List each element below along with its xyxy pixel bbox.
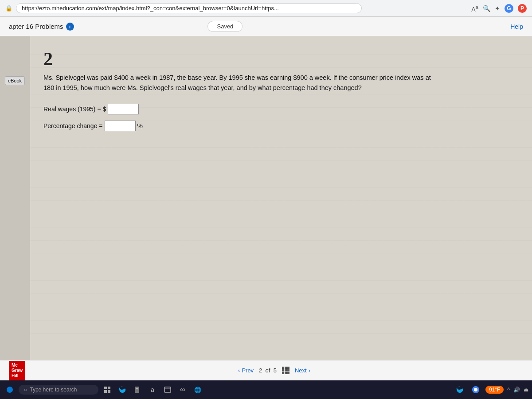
taskbar-file-icon[interactable] [131,383,144,396]
next-chevron-icon: › [309,367,310,374]
sidebar: eBook [0,36,30,360]
percentage-change-label: Percentage change = [43,122,103,129]
search-icon: ○ [24,387,27,393]
taskbar-search-bar[interactable]: ○ Type here to search [19,385,98,395]
temperature-badge: 91°F [485,386,504,394]
taskbar-calendar-icon[interactable] [161,383,174,396]
taskbar-a-icon[interactable]: a [146,383,159,396]
taskbar-infinity-icon[interactable]: ∞ [176,383,189,396]
profile-icon[interactable]: P [518,4,527,13]
lock-icon: 🔒 [5,5,12,12]
app-header: apter 16 Problems i Saved Help [0,17,532,36]
of-label: of [266,367,270,374]
real-wages-row: Real wages (1995) = $ [43,104,514,114]
svg-rect-2 [108,387,110,389]
start-button[interactable] [4,383,16,396]
bottom-nav: Mc Graw Hill ‹ Prev 2 of 5 Next › [0,360,532,380]
taskbar-wifi-icon[interactable]: 🌐 [192,383,204,396]
browser-icons: Aa 🔍 ✦ G P [471,4,527,13]
main-content: eBook 2 Ms. Spielvogel was paid $400 a w… [0,36,532,360]
prev-chevron-icon: ‹ [238,367,240,374]
info-icon[interactable]: i [66,23,74,31]
svg-rect-4 [108,390,110,393]
mcgraw-logo: Mc Graw Hill [9,361,25,380]
svg-rect-7 [136,390,138,390]
taskbar-edge-icon[interactable] [116,383,129,396]
taskbar-right: 91°F ^ 🔊 ⏏ [454,383,528,396]
app-title-text: apter 16 Problems [9,23,63,30]
percentage-change-row: Percentage change = % [43,121,514,131]
google-icon[interactable]: G [505,4,513,13]
help-button[interactable]: Help [510,23,523,30]
taskbar-view-icon[interactable] [101,383,113,396]
page-info: 2 of 5 [259,367,277,374]
nav-controls: ‹ Prev 2 of 5 Next › [238,367,310,374]
search-browser-icon[interactable]: 🔍 [483,5,490,12]
percent-sign: % [137,122,143,129]
saved-badge: Saved [207,21,243,32]
speaker-icon[interactable]: 🔊 [513,387,520,393]
prev-button[interactable]: ‹ Prev [238,367,254,374]
svg-rect-1 [104,387,107,389]
star-icon[interactable]: ✦ [495,5,500,12]
next-button[interactable]: Next › [295,367,310,374]
total-pages: 5 [274,367,277,374]
eject-icon[interactable]: ⏏ [524,387,528,393]
next-label: Next [295,367,307,374]
percentage-change-input[interactable] [105,121,136,131]
taskbar-search-label: Type here to search [30,387,77,393]
app-title-container: apter 16 Problems i [9,23,74,31]
taskbar: ○ Type here to search a ∞ 🌐 91°F ^ 🔊 ⏏ [0,380,532,399]
grid-icon[interactable] [282,367,289,374]
taskbar-chrome-icon[interactable] [469,383,482,396]
real-wages-input[interactable] [108,104,139,114]
problem-number: 2 [43,50,514,68]
svg-rect-8 [164,387,171,392]
browser-bar: 🔒 https://ezto.mheducation.com/ext/map/i… [0,0,532,17]
browser-url-bar[interactable]: https://ezto.mheducation.com/ext/map/ind… [16,3,362,13]
svg-rect-6 [136,388,138,389]
prev-label: Prev [242,367,254,374]
problem-area: 2 Ms. Spielvogel was paid $400 a week in… [30,36,532,360]
svg-point-11 [474,388,477,391]
real-wages-label: Real wages (1995) = $ [43,106,106,113]
svg-rect-3 [104,390,107,393]
ebook-button[interactable]: eBook [5,76,25,85]
current-page: 2 [259,367,262,374]
problem-text: Ms. Spielvogel was paid $400 a week in 1… [43,73,442,93]
svg-point-0 [7,387,13,393]
font-icon[interactable]: Aa [471,4,478,13]
caret-up-icon[interactable]: ^ [507,387,510,393]
taskbar-edge2-icon[interactable] [454,383,466,396]
